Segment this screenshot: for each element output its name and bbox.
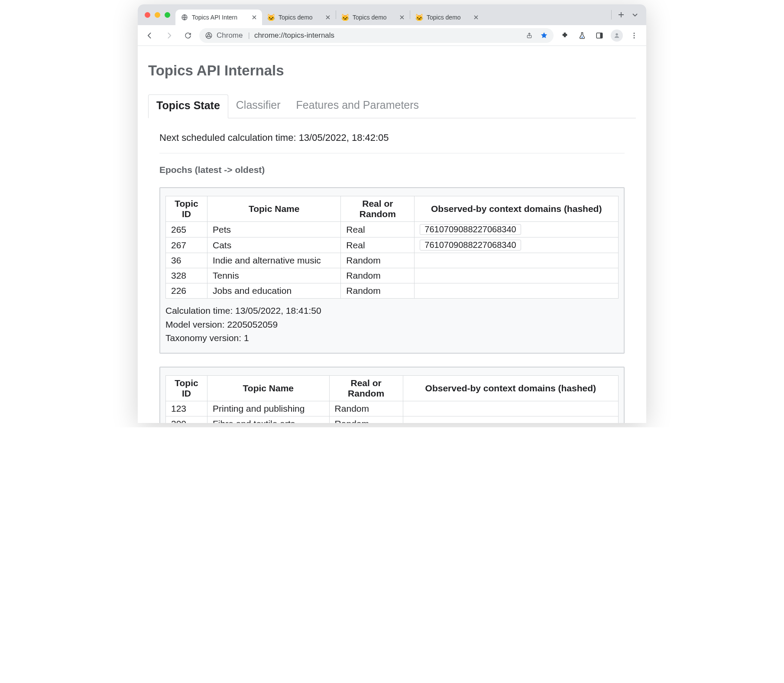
cell-topic-id: 36 bbox=[166, 253, 207, 268]
cell-topic-name: Jobs and education bbox=[207, 283, 341, 299]
reload-button[interactable] bbox=[180, 28, 196, 43]
new-tab-button[interactable] bbox=[614, 8, 628, 22]
cat-icon: 🐱 bbox=[341, 13, 349, 21]
cell-kind: Random bbox=[341, 253, 415, 268]
cell-hash bbox=[415, 253, 619, 268]
page-content: Topics API Internals Topics State Classi… bbox=[138, 46, 646, 423]
svg-rect-6 bbox=[600, 33, 603, 38]
cat-icon: 🐱 bbox=[267, 13, 275, 21]
close-tab-icon[interactable] bbox=[473, 14, 479, 21]
col-topic-name: Topic Name bbox=[207, 196, 341, 222]
col-observed: Observed-by context domains (hashed) bbox=[415, 196, 619, 222]
cell-topic-id: 226 bbox=[166, 283, 207, 299]
chrome-icon bbox=[204, 31, 213, 40]
tab-classifier[interactable]: Classifier bbox=[228, 94, 288, 118]
tabs-overflow-button[interactable] bbox=[628, 8, 642, 22]
epoch-box: Topic ID Topic Name Real or Random Obser… bbox=[159, 187, 625, 354]
taxonomy-version-value: 1 bbox=[244, 333, 249, 343]
table-row: 123 Printing and publishing Random bbox=[166, 401, 619, 416]
calc-time-label: Calculation time: bbox=[165, 306, 235, 315]
epoch-meta: Calculation time: 13/05/2022, 18:41:50 M… bbox=[165, 304, 619, 345]
browser-tab-label: Topics demo bbox=[353, 14, 396, 21]
forward-button[interactable] bbox=[161, 28, 177, 43]
cell-hash bbox=[415, 283, 619, 299]
cell-kind: Random bbox=[329, 416, 403, 423]
cell-kind: Real bbox=[341, 222, 415, 237]
tab-topics-state[interactable]: Topics State bbox=[148, 94, 228, 118]
next-calc-line: Next scheduled calculation time: 13/05/2… bbox=[159, 127, 625, 153]
extensions-icon[interactable] bbox=[557, 28, 573, 43]
cell-hash: 7610709088227068340 bbox=[415, 222, 619, 237]
browser-tab[interactable]: 🐱 Topics demo bbox=[336, 10, 410, 25]
browser-tab[interactable]: 🐱 Topics demo bbox=[262, 10, 336, 25]
minimize-window-button[interactable] bbox=[155, 12, 160, 18]
svg-point-9 bbox=[634, 35, 635, 36]
side-panel-icon[interactable] bbox=[592, 28, 607, 43]
cell-topic-name: Indie and alternative music bbox=[207, 253, 341, 268]
browser-tab[interactable]: Topics API Intern bbox=[175, 10, 262, 25]
cell-topic-id: 200 bbox=[166, 416, 207, 423]
cell-topic-name: Fibre and textile arts bbox=[207, 416, 330, 423]
topics-state-panel: Next scheduled calculation time: 13/05/2… bbox=[148, 118, 636, 423]
bookmark-star-icon[interactable] bbox=[538, 29, 550, 42]
maximize-window-button[interactable] bbox=[165, 12, 170, 18]
cell-kind: Real bbox=[341, 237, 415, 253]
model-version-label: Model version: bbox=[165, 319, 227, 329]
profile-avatar[interactable] bbox=[609, 28, 625, 43]
next-calc-label: Next scheduled calculation time: bbox=[159, 132, 299, 143]
cell-kind: Random bbox=[341, 283, 415, 299]
hash-chip: 7610709088227068340 bbox=[420, 224, 521, 235]
separator: | bbox=[248, 31, 249, 40]
table-row: 328 Tennis Random bbox=[166, 268, 619, 283]
cell-topic-name: Printing and publishing bbox=[207, 401, 330, 416]
taxonomy-version-label: Taxonomy version: bbox=[165, 333, 244, 343]
close-window-button[interactable] bbox=[145, 12, 150, 18]
cell-topic-name: Tennis bbox=[207, 268, 341, 283]
toolbar-actions bbox=[557, 28, 642, 43]
browser-toolbar: Chrome | chrome://topics-internals bbox=[138, 25, 646, 46]
close-tab-icon[interactable] bbox=[324, 14, 331, 21]
epochs-heading: Epochs (latest -> oldest) bbox=[159, 165, 625, 175]
col-topic-name: Topic Name bbox=[207, 375, 330, 401]
labs-icon[interactable] bbox=[574, 28, 590, 43]
back-button[interactable] bbox=[142, 28, 158, 43]
calc-time-value: 13/05/2022, 18:41:50 bbox=[235, 306, 321, 315]
table-row: 265 Pets Real 7610709088227068340 bbox=[166, 222, 619, 237]
separator bbox=[611, 10, 612, 20]
col-observed: Observed-by context domains (hashed) bbox=[403, 375, 618, 401]
cell-topic-id: 328 bbox=[166, 268, 207, 283]
col-real-random: Real or Random bbox=[329, 375, 403, 401]
model-version-value: 2205052059 bbox=[227, 319, 278, 329]
epoch-table: Topic ID Topic Name Real or Random Obser… bbox=[165, 196, 619, 299]
col-real-random: Real or Random bbox=[341, 196, 415, 222]
browser-tab[interactable]: 🐱 Topics demo bbox=[410, 10, 484, 25]
tab-strip: Topics API Intern 🐱 Topics demo 🐱 Topics… bbox=[138, 4, 646, 25]
svg-point-8 bbox=[634, 33, 635, 34]
table-row: 226 Jobs and education Random bbox=[166, 283, 619, 299]
epoch-table: Topic ID Topic Name Real or Random Obser… bbox=[165, 375, 619, 423]
url-text: chrome://topics-internals bbox=[254, 31, 334, 40]
close-tab-icon[interactable] bbox=[398, 14, 405, 21]
hash-chip: 7610709088227068340 bbox=[420, 240, 521, 250]
col-topic-id: Topic ID bbox=[166, 196, 207, 222]
cell-hash: 7610709088227068340 bbox=[415, 237, 619, 253]
table-header-row: Topic ID Topic Name Real or Random Obser… bbox=[166, 196, 619, 222]
kebab-menu-icon[interactable] bbox=[626, 28, 642, 43]
epoch-box: Topic ID Topic Name Real or Random Obser… bbox=[159, 367, 625, 423]
table-row: 36 Indie and alternative music Random bbox=[166, 253, 619, 268]
tab-features-parameters[interactable]: Features and Parameters bbox=[288, 94, 427, 118]
share-icon[interactable] bbox=[523, 29, 535, 42]
cell-kind: Random bbox=[341, 268, 415, 283]
address-bar[interactable]: Chrome | chrome://topics-internals bbox=[199, 28, 554, 43]
svg-point-2 bbox=[207, 34, 210, 36]
table-row: 267 Cats Real 7610709088227068340 bbox=[166, 237, 619, 253]
globe-icon bbox=[181, 13, 188, 21]
browser-tab-label: Topics demo bbox=[427, 14, 470, 21]
close-tab-icon[interactable] bbox=[251, 14, 258, 21]
next-calc-value: 13/05/2022, 18:42:05 bbox=[299, 132, 389, 143]
tabstrip-actions bbox=[607, 4, 642, 25]
cat-icon: 🐱 bbox=[415, 13, 423, 21]
browser-tabs: Topics API Intern 🐱 Topics demo 🐱 Topics… bbox=[175, 4, 607, 25]
svg-point-4 bbox=[582, 36, 583, 38]
svg-point-10 bbox=[634, 37, 635, 38]
